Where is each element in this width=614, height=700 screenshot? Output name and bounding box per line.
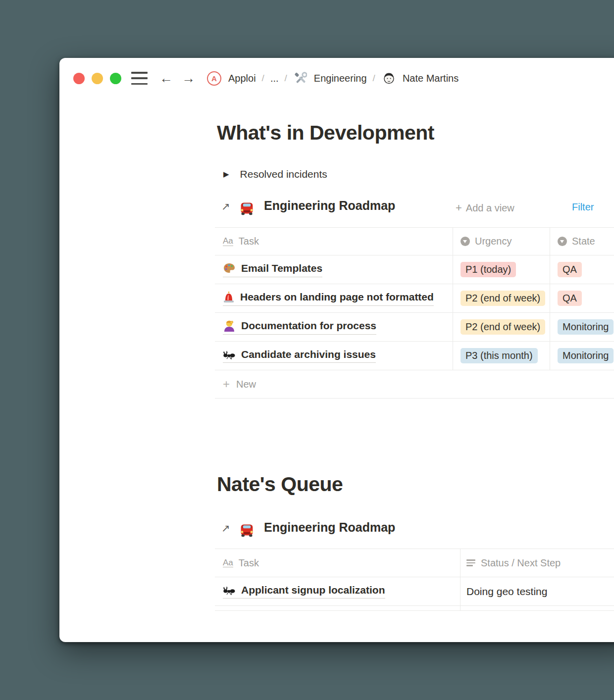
urgency-badge: P1 (today) xyxy=(460,262,516,277)
roadmap-header: ↗ Engineering Roadmap xyxy=(59,519,614,541)
ant-icon xyxy=(223,585,236,596)
table-row[interactable]: Candidate archiving issues P3 (this mont… xyxy=(215,342,614,370)
state-cell[interactable]: QA xyxy=(550,284,614,312)
urgency-badge: P3 (this month) xyxy=(460,348,538,363)
roadmap-table: Aa Task Urgency State xyxy=(215,227,614,399)
task-cell[interactable]: Candidate archiving issues xyxy=(215,342,453,370)
task-title: Candidate archiving issues xyxy=(241,349,376,360)
palette-icon xyxy=(223,262,236,275)
state-badge: QA xyxy=(558,291,582,306)
titlebar: ← → A Apploi / ... / Engineering / xyxy=(73,69,459,88)
state-badge: QA xyxy=(558,262,582,277)
column-header-state[interactable]: State xyxy=(550,228,614,255)
task-link[interactable]: Email Templates xyxy=(223,262,322,277)
add-view-button[interactable]: +Add a view xyxy=(456,201,514,214)
state-cell[interactable]: Monitoring xyxy=(550,342,614,370)
breadcrumb-workspace[interactable]: Apploi xyxy=(228,73,256,84)
open-in-full-icon[interactable]: ↗ xyxy=(221,200,230,212)
select-property-icon xyxy=(558,237,567,246)
state-cell[interactable]: QA xyxy=(550,255,614,284)
task-title: Email Templates xyxy=(241,262,322,274)
queue-table: Aa Task Status / Next Step xyxy=(215,549,614,611)
breadcrumb-separator: / xyxy=(262,73,264,84)
breadcrumb-ellipsis[interactable]: ... xyxy=(270,73,279,84)
close-button[interactable] xyxy=(73,73,85,84)
state-badge: Monitoring xyxy=(558,319,614,335)
task-link[interactable]: Documentation for process xyxy=(223,319,376,335)
state-cell[interactable]: Monitoring xyxy=(550,313,614,341)
menu-icon[interactable] xyxy=(131,72,148,85)
breadcrumb-separator: / xyxy=(373,73,375,84)
minimize-button[interactable] xyxy=(92,73,103,84)
breadcrumb-current-page[interactable]: Nate Martins xyxy=(403,73,459,84)
table-row[interactable]: Documentation for process P2 (end of wee… xyxy=(215,313,614,342)
task-link[interactable]: Applicant signup localization xyxy=(223,584,385,599)
task-link[interactable]: Headers on landing page not formatted xyxy=(223,291,434,306)
roadmap-title[interactable]: Engineering Roadmap xyxy=(264,520,395,535)
table-row[interactable]: Email Templates P1 (today) QA xyxy=(215,255,614,284)
task-cell[interactable]: Email Templates xyxy=(215,255,453,284)
state-badge: Monitoring xyxy=(558,348,614,363)
title-property-icon: Aa xyxy=(223,558,233,568)
urgency-cell[interactable]: P3 (this month) xyxy=(453,342,550,370)
zoom-button[interactable] xyxy=(110,73,121,84)
urgency-cell[interactable]: P2 (end of week) xyxy=(453,313,550,341)
roadmap-header: ↗ Engineering Roadmap +Add a view Filter xyxy=(59,197,614,219)
resolved-incidents-toggle[interactable]: ▶ Resolved incidents xyxy=(223,168,327,180)
table-row[interactable]: Applicant signup localization Doing geo … xyxy=(215,577,614,606)
column-header-status[interactable]: Status / Next Step xyxy=(460,549,614,577)
page-title: What's in Development xyxy=(217,121,434,145)
urgency-cell[interactable]: P2 (end of week) xyxy=(453,284,550,312)
status-value: Doing geo testing xyxy=(466,586,547,598)
task-cell[interactable]: Headers on landing page not formatted xyxy=(215,284,453,312)
ant-icon xyxy=(223,349,236,360)
column-header-task[interactable]: Aa Task xyxy=(215,228,453,255)
breadcrumb-separator: / xyxy=(285,73,287,84)
red-car-icon xyxy=(239,200,255,216)
notion-window: ← → A Apploi / ... / Engineering / xyxy=(59,58,614,642)
open-in-full-icon[interactable]: ↗ xyxy=(221,522,230,534)
rotating-light-icon xyxy=(223,291,235,303)
back-arrow-icon[interactable]: ← xyxy=(159,72,173,85)
task-title: Documentation for process xyxy=(241,320,376,332)
queue-title: Nate's Queue xyxy=(217,473,343,496)
table-header-row: Aa Task Status / Next Step xyxy=(215,549,614,577)
task-title: Applicant signup localization xyxy=(241,584,385,596)
column-header-task[interactable]: Aa Task xyxy=(215,549,460,577)
urgency-cell[interactable]: P1 (today) xyxy=(453,255,550,284)
hammer-wrench-icon xyxy=(294,72,307,85)
desktop-background: ← → A Apploi / ... / Engineering / xyxy=(0,0,614,700)
table-header-row: Aa Task Urgency State xyxy=(215,228,614,255)
red-car-icon xyxy=(239,521,255,538)
roadmap-title[interactable]: Engineering Roadmap xyxy=(264,199,395,213)
task-title: Headers on landing page not formatted xyxy=(240,291,434,303)
task-link[interactable]: Candidate archiving issues xyxy=(223,349,376,363)
filter-button[interactable]: Filter xyxy=(572,201,594,213)
person-facepalm-icon xyxy=(223,319,236,332)
text-property-icon xyxy=(466,559,475,566)
table-row[interactable]: Headers on landing page not formatted P2… xyxy=(215,284,614,313)
column-header-urgency[interactable]: Urgency xyxy=(453,228,550,255)
select-property-icon xyxy=(460,237,470,246)
status-cell[interactable]: Doing geo testing xyxy=(460,577,614,605)
toggle-label: Resolved incidents xyxy=(240,168,327,180)
plus-icon: + xyxy=(223,377,230,391)
task-cell[interactable]: Applicant signup localization xyxy=(215,577,460,605)
new-row-button[interactable]: + New xyxy=(215,370,614,399)
urgency-badge: P2 (end of week) xyxy=(460,319,545,335)
task-cell[interactable]: Documentation for process xyxy=(215,313,453,341)
plus-icon: + xyxy=(456,201,462,214)
forward-arrow-icon[interactable]: → xyxy=(182,72,195,85)
urgency-badge: P2 (end of week) xyxy=(460,291,545,306)
man-face-avatar-icon xyxy=(382,72,396,85)
title-property-icon: Aa xyxy=(223,237,233,246)
toggle-triangle-icon[interactable]: ▶ xyxy=(223,170,229,179)
partial-empty-row xyxy=(215,606,614,611)
apploi-logo-icon: A xyxy=(207,71,221,86)
breadcrumb-parent-page[interactable]: Engineering xyxy=(314,73,367,84)
